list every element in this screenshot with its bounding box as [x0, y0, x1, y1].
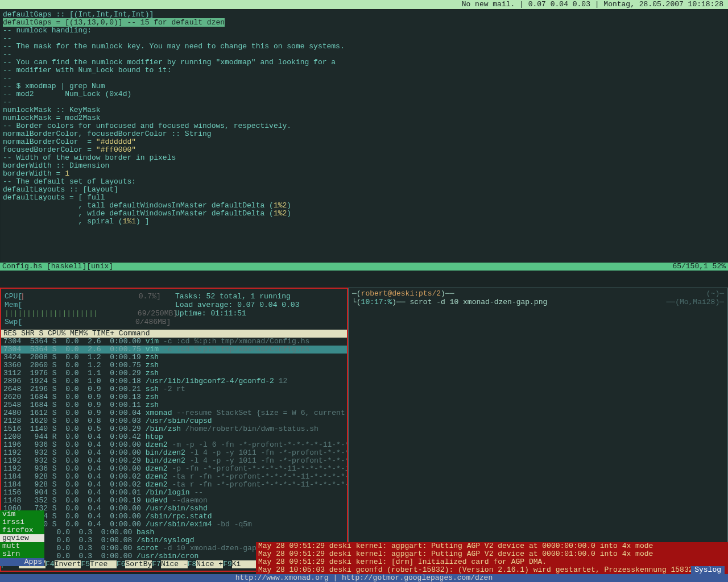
code-line[interactable]: numlockMask :: KeyMask [3, 106, 725, 114]
process-row[interactable]: 1052 924 S 0.0 0.4 0:00.00 /sbin/rpc.sta… [1, 513, 347, 521]
code-line[interactable]: defaultLayouts :: [Layout] [3, 186, 725, 194]
code-line[interactable]: borderWidth :: Dimension [3, 162, 725, 170]
code-line[interactable]: -- [3, 98, 725, 106]
code-line[interactable]: focusedBorderColor = "#ff0000" [3, 146, 725, 154]
process-list[interactable]: 7304 5364 S 0.0 2.6 0:00.00 vim -c :cd %… [1, 338, 347, 560]
term-indicator: (~)─ [706, 289, 724, 298]
code-line[interactable]: -- modifier with Num_Lock bound to it: [3, 66, 725, 74]
top-status-bar: No new mail. | 0.07 0.04 0.03 | Montag, … [0, 0, 728, 9]
syslog-panel: May 28 09:51:29 deski kernel: agpgart: P… [256, 542, 728, 574]
code-line[interactable]: borderWidth = 1 [3, 170, 725, 178]
code-line[interactable]: defaultGaps :: [(Int,Int,Int,Int)] [3, 11, 725, 19]
code-line[interactable]: -- [3, 74, 725, 82]
apps-menu[interactable]: vimirssifirefoxgqviewmuttslrnApps [0, 510, 44, 566]
mem-meter: Mem[|||||||||||||||||||||69/250MB] [5, 301, 175, 318]
htop-pane[interactable]: CPU[|0.7%] Mem[|||||||||||||||||||||69/2… [0, 288, 348, 572]
process-row[interactable]: 1192 932 S 0.0 0.4 0:00.29 bin/dzen2 -l … [1, 457, 347, 465]
tasks-count: Tasks: 52 total, 1 running [175, 292, 344, 301]
app-item-slrn[interactable]: slrn [0, 550, 44, 558]
code-line[interactable]: normalBorderColor = "#dddddd" [3, 138, 725, 146]
process-row[interactable]: 1196 936 S 0.0 0.4 0:00.00 dzen2 -m -p -… [1, 441, 347, 449]
process-row[interactable]: 3112 1976 S 0.0 1.1 0:00.29 zsh [1, 369, 347, 377]
editor-pane[interactable]: defaultGaps :: [(Int,Int,Int,Int)]defaul… [0, 9, 728, 263]
process-row[interactable]: 1192 932 S 0.0 0.4 0:00.00 bin/dzen2 -l … [1, 449, 347, 457]
code-line[interactable]: defaultLayouts = [ full [3, 194, 725, 202]
code-line[interactable]: -- The default set of Layouts: [3, 178, 725, 186]
code-line[interactable]: -- numlock handling: [3, 27, 725, 35]
app-item-gqview[interactable]: gqview [0, 534, 44, 542]
process-row[interactable]: 1208 944 R 0.0 0.4 0:00.42 htop [1, 433, 347, 441]
process-row[interactable]: 1028 720 S 0.0 0.4 0:00.00 /usr/sbin/exi… [1, 521, 347, 529]
process-row[interactable]: 1060 732 S 0.0 0.4 0:00.00 /usr/sbin/ssh… [1, 505, 347, 513]
process-row[interactable]: 1192 936 S 0.0 0.4 0:00.00 dzen2 -p -fn … [1, 465, 347, 473]
process-row[interactable]: 2128 1620 S 0.0 0.8 0:00.03 /usr/sbin/cu… [1, 417, 347, 425]
process-row[interactable]: 2896 1924 S 0.0 1.0 0:00.18 /usr/lib/lib… [1, 377, 347, 385]
app-item-mutt[interactable]: mutt [0, 542, 44, 550]
load-average: Load average: 0.07 0.04 0.03 [175, 301, 344, 309]
syslog-line: May 28 10:05:03 deski gconfd (robert-158… [258, 566, 726, 574]
process-row[interactable]: 7304 5364 S 0.0 2.6 0:00.75 vim -c :cd %… [1, 346, 347, 354]
code-line[interactable]: -- The mask for the numlock key. You may… [3, 43, 725, 51]
swap-meter: Swp[0/486MB] [5, 318, 175, 326]
code-line[interactable]: -- [3, 51, 725, 59]
uptime: Uptime: 01:11:51 [175, 309, 344, 318]
syslog-line: May 28 09:51:29 deski kernel: [drm] Init… [258, 558, 726, 566]
process-row[interactable]: 1184 928 S 0.0 0.4 0:00.02 dzen2 -ta r -… [1, 481, 347, 489]
load-averages: 0.07 0.04 0.03 [528, 0, 590, 9]
code-line[interactable]: , tall defaultWindowsInMaster defaultDel… [3, 202, 725, 210]
process-row[interactable]: 3424 2008 S 0.0 1.2 0:00.19 zsh [1, 354, 347, 361]
syslog-line: May 28 09:51:29 deski kernel: agpgart: P… [258, 550, 726, 558]
process-row[interactable]: 2480 1612 S 0.0 0.9 0:00.04 xmonad --res… [1, 409, 347, 417]
code-line[interactable]: normalBorderColor, focusedBorderColor ::… [3, 130, 725, 138]
status-filename: Config.hs [haskell][unix] [2, 263, 113, 271]
code-line[interactable]: -- [3, 35, 725, 43]
app-item-vim[interactable]: vim [0, 510, 44, 518]
cpu-meter: CPU[|0.7%] [5, 292, 175, 301]
process-row[interactable]: 7304 5364 S 0.0 2.6 0:00.00 vim -c :cd %… [1, 338, 347, 346]
code-line[interactable]: -- mod2 Num_Lock (0x4d) [3, 90, 725, 98]
process-row[interactable]: 1184 928 S 0.0 0.4 0:00.02 dzen2 -ta r -… [1, 473, 347, 481]
term-command: scrot -d 10 xmonad-dzen-gap.png [410, 298, 547, 306]
process-row[interactable]: 2620 1684 S 0.0 0.9 0:00.13 zsh [1, 393, 347, 401]
code-line[interactable]: defaultGaps = [(13,13,0,0)] -- 15 for de… [3, 19, 725, 27]
editor-status-bar: Config.hs [haskell][unix] 65/150,1 52% [0, 263, 728, 271]
status-position: 65/150,1 52% [672, 263, 726, 271]
footer-bar: http://www.xmonad.org | http://gotmor.go… [0, 574, 728, 582]
app-item-firefox[interactable]: firefox [0, 526, 44, 534]
code-line[interactable]: -- Width of the window border in pixels [3, 154, 725, 162]
terminal-pane[interactable]: ─(robert@deski:pts/2)── (~)─ └(10:17:%)─… [348, 288, 728, 572]
process-list-header[interactable]: RES SHR S CPU% MEM% TIME+ Command [1, 330, 347, 338]
process-row[interactable]: 1156 904 S 0.0 0.4 0:00.01 /bin/login -- [1, 489, 347, 497]
code-line[interactable]: numlockMask = mod2Mask [3, 114, 725, 122]
process-row[interactable]: 1516 1140 S 0.0 0.5 0:00.29 /bin/zsh /ho… [1, 425, 347, 433]
process-row[interactable]: 2648 2196 S 0.0 0.9 0:00.21 ssh -2 rt [1, 385, 347, 393]
term-date: ──(Mo,Mai28)─ [667, 298, 724, 306]
process-row[interactable]: 1148 352 S 0.0 0.4 0:00.19 udevd --daemo… [1, 497, 347, 505]
editor-content[interactable]: defaultGaps :: [(Int,Int,Int,Int)]defaul… [3, 11, 725, 226]
apps-title: Apps [0, 558, 44, 566]
footer-links[interactable]: http://www.xmonad.org | http://gotmor.go… [235, 573, 493, 582]
code-line[interactable]: , spiral (1%1) ] [3, 218, 725, 226]
app-item-irssi[interactable]: irssi [0, 518, 44, 526]
syslog-label: Syslog [691, 566, 725, 574]
process-row[interactable]: 3360 2060 S 0.0 1.2 0:00.75 zsh [1, 361, 347, 369]
code-line[interactable]: , wide defaultWindowsInMaster defaultDel… [3, 210, 725, 218]
process-row[interactable]: 2548 1684 S 0.0 0.9 0:00.11 zsh [1, 401, 347, 409]
code-line[interactable]: -- You can find the numlock modifier by … [3, 59, 725, 66]
code-line[interactable]: -- $ xmodmap | grep Num [3, 82, 725, 90]
term-time: └(10:17:%)── [352, 298, 410, 306]
code-line[interactable]: -- Border colors for unfocused and focus… [3, 122, 725, 130]
term-host: ─(robert@deski:pts/2)── [352, 289, 454, 298]
mail-status: No new mail. [462, 0, 515, 9]
date-time: Montag, 28.05.2007 10:18:28 [603, 0, 723, 9]
syslog-line: May 28 09:51:29 deski kernel: agpgart: P… [258, 542, 726, 550]
process-row[interactable]: 0.0 0.3 0:00.00 bash [1, 529, 347, 537]
